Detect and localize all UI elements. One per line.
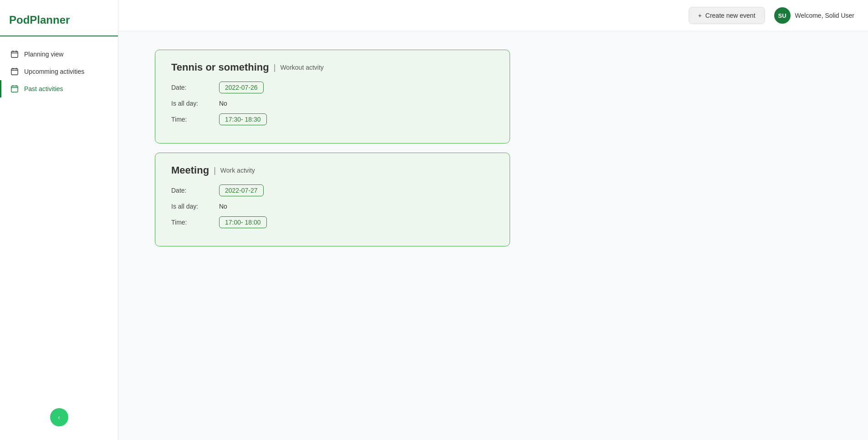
date-field: Date: 2022-07-27: [171, 184, 494, 196]
sidebar-item-label: Upcomming activities: [24, 68, 84, 75]
time-value: 17:30- 18:30: [219, 113, 267, 125]
date-value: 2022-07-26: [219, 82, 264, 93]
svg-rect-8: [11, 86, 18, 92]
svg-rect-4: [11, 69, 18, 75]
time-value: 17:00- 18:00: [219, 216, 267, 228]
avatar: SU: [774, 7, 791, 24]
calendar-icon: [10, 85, 19, 93]
sidebar-item-past-activities[interactable]: Past activities: [0, 80, 118, 97]
sidebar-item-label: Planning view: [24, 51, 63, 58]
all-day-field: Is all day: No: [171, 203, 494, 210]
all-day-label: Is all day:: [171, 100, 212, 107]
event-title-row: Meeting | Work actvity: [171, 164, 494, 176]
calendar-icon: [10, 50, 19, 58]
time-label: Time:: [171, 219, 212, 226]
logo-area: PodPlanner: [0, 9, 118, 36]
date-field: Date: 2022-07-26: [171, 82, 494, 93]
all-day-field: Is all day: No: [171, 100, 494, 107]
sidebar: PodPlanner Planning view: [0, 0, 118, 440]
welcome-text: Welcome, Solid User: [795, 12, 854, 19]
event-type: Work actvity: [220, 167, 255, 174]
user-area: SU Welcome, Solid User: [774, 7, 854, 24]
sidebar-item-upcoming-activities[interactable]: Upcomming activities: [0, 63, 118, 80]
date-label: Date:: [171, 84, 212, 91]
date-label: Date:: [171, 187, 212, 194]
time-field: Time: 17:30- 18:30: [171, 113, 494, 125]
sidebar-collapse-button[interactable]: ‹: [50, 408, 68, 426]
event-title: Tennis or something: [171, 61, 269, 73]
sidebar-item-planning-view[interactable]: Planning view: [0, 46, 118, 63]
event-separator: |: [214, 166, 216, 175]
event-separator: |: [274, 63, 276, 72]
header: + Create new event SU Welcome, Solid Use…: [118, 0, 868, 31]
time-field: Time: 17:00- 18:00: [171, 216, 494, 228]
svg-rect-0: [11, 51, 18, 58]
sidebar-nav: Planning view Upcomming activities: [0, 36, 118, 431]
all-day-value: No: [219, 203, 227, 210]
event-title: Meeting: [171, 164, 209, 176]
all-day-value: No: [219, 100, 227, 107]
calendar-icon: [10, 67, 19, 76]
app-logo: PodPlanner: [9, 14, 70, 26]
plus-icon: +: [698, 12, 702, 19]
main-content: + Create new event SU Welcome, Solid Use…: [118, 0, 868, 440]
time-label: Time:: [171, 116, 212, 123]
create-event-label: Create new event: [705, 12, 756, 19]
event-card-2: Meeting | Work actvity Date: 2022-07-27 …: [155, 153, 510, 246]
all-day-label: Is all day:: [171, 203, 212, 210]
create-event-button[interactable]: + Create new event: [689, 7, 765, 24]
content-area: Tennis or something | Workout actvity Da…: [118, 31, 868, 440]
sidebar-item-label: Past activities: [24, 85, 63, 92]
date-value: 2022-07-27: [219, 184, 264, 196]
event-title-row: Tennis or something | Workout actvity: [171, 61, 494, 73]
event-card-1: Tennis or something | Workout actvity Da…: [155, 50, 510, 143]
event-type: Workout actvity: [280, 64, 323, 71]
